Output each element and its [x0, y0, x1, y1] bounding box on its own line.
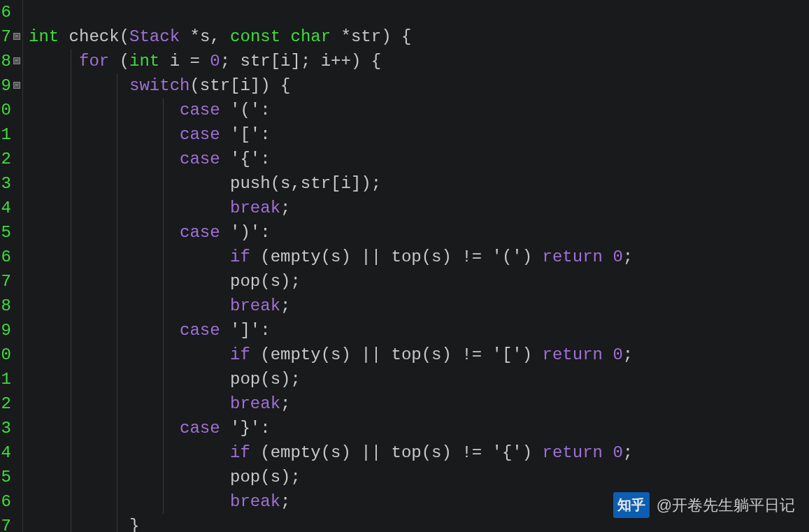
code-line: break; — [29, 196, 809, 220]
code-line: case '(': — [29, 98, 809, 122]
code-line: break; — [29, 391, 809, 416]
code-line: pop(s); — [29, 367, 809, 391]
colon: : — [260, 125, 270, 144]
code-line — [29, 0, 809, 24]
code-line: break; — [29, 294, 809, 318]
line-number: 6 — [0, 0, 11, 24]
keyword-case: case — [180, 419, 220, 438]
type-name: Stack — [129, 27, 189, 46]
statement: pop(s); — [230, 468, 301, 487]
keyword-switch: switch — [129, 76, 189, 95]
semicolon: ; — [623, 443, 633, 462]
text: (empty(s) || top(s) != — [250, 443, 492, 462]
line-number: 3 — [0, 416, 11, 440]
text: (empty(s) || top(s) != — [250, 247, 492, 266]
line-number: 4 — [0, 196, 11, 220]
line-number: 7 — [0, 514, 11, 532]
code-line: push(s,str[i]); — [29, 171, 809, 196]
keyword-for: for — [79, 52, 109, 71]
keyword-case: case — [180, 321, 220, 340]
code-area[interactable]: int check(Stack *s, const char *str) { f… — [22, 0, 809, 532]
code-line: pop(s); — [29, 465, 809, 489]
keyword-case: case — [180, 150, 220, 168]
identifier: str — [351, 27, 381, 46]
fold-toggle[interactable]: − — [13, 82, 20, 89]
statement: push(s,str[i]); — [230, 174, 381, 193]
keyword-if: if — [230, 247, 250, 266]
char-literal: '(' — [492, 247, 522, 266]
keyword-case: case — [180, 223, 220, 242]
line-number: 8 — [0, 49, 11, 73]
comma: , — [210, 27, 230, 46]
number: 0 — [210, 52, 220, 71]
operator: * — [189, 27, 199, 46]
zhihu-watermark: 知乎 @开卷先生躺平日记 — [613, 492, 795, 518]
text: ; str[i]; i++) { — [220, 52, 381, 71]
line-number: 7 — [0, 24, 11, 49]
text: (empty(s) || top(s) != — [250, 345, 492, 364]
brace: ) { — [381, 27, 411, 46]
number: 0 — [613, 247, 622, 266]
fold-toggle[interactable]: − — [13, 33, 20, 40]
number: 0 — [613, 345, 622, 364]
type-name: char — [291, 27, 341, 46]
line-number: 3 — [0, 171, 11, 196]
code-line: case '[': — [29, 122, 809, 147]
keyword-int: int — [29, 27, 59, 46]
char-literal: '(' — [220, 101, 261, 120]
char-literal: '{' — [220, 150, 261, 168]
colon: : — [260, 223, 270, 242]
line-number: 0 — [0, 98, 11, 122]
fold-column: − − − — [13, 0, 22, 532]
fold-toggle[interactable]: − — [13, 57, 20, 64]
keyword-break: break — [230, 296, 280, 315]
keyword-const: const — [230, 27, 290, 46]
identifier: s — [200, 27, 210, 46]
code-editor: 6 7 8 9 0 1 2 3 4 5 6 7 8 9 0 1 2 3 4 5 … — [0, 0, 809, 532]
keyword-int: int — [129, 52, 159, 71]
text: (str[i]) { — [189, 76, 290, 95]
colon: : — [260, 321, 270, 340]
text: ) — [522, 345, 543, 364]
keyword-if: if — [230, 345, 250, 364]
text — [603, 345, 613, 364]
code-line: case ')': — [29, 220, 809, 245]
semicolon: ; — [623, 345, 633, 364]
function-name: check — [59, 27, 119, 46]
line-number: 9 — [0, 318, 11, 343]
line-number: 7 — [0, 269, 11, 294]
statement: pop(s); — [230, 370, 301, 389]
keyword-return: return — [543, 443, 603, 462]
line-number: 0 — [0, 343, 11, 367]
colon: : — [260, 150, 270, 168]
char-literal: '[' — [492, 345, 522, 364]
line-number: 2 — [0, 147, 11, 171]
colon: : — [260, 101, 270, 120]
line-number: 2 — [0, 391, 11, 416]
operator: * — [341, 27, 351, 46]
char-literal: ')' — [220, 223, 261, 242]
code-line: for (int i = 0; str[i]; i++) { — [29, 49, 809, 73]
code-line: if (empty(s) || top(s) != '(') return 0; — [29, 245, 809, 269]
char-literal: '{' — [492, 443, 522, 462]
line-number: 1 — [0, 122, 11, 147]
keyword-case: case — [180, 125, 220, 144]
line-number: 4 — [0, 440, 11, 465]
statement: pop(s); — [230, 272, 301, 291]
keyword-if: if — [230, 443, 250, 462]
char-literal: '[' — [220, 125, 261, 144]
code-line: case ']': — [29, 318, 809, 343]
keyword-break: break — [230, 394, 280, 413]
line-number: 9 — [0, 73, 11, 98]
code-line: case '{': — [29, 147, 809, 171]
semicolon: ; — [623, 247, 633, 266]
text — [603, 443, 613, 462]
text: ) — [522, 443, 543, 462]
char-literal: '}' — [220, 419, 261, 438]
text: i = — [159, 52, 210, 71]
semicolon: ; — [280, 296, 290, 315]
line-number: 6 — [0, 245, 11, 269]
watermark-author: @开卷先生躺平日记 — [657, 493, 795, 517]
text: ( — [109, 52, 129, 71]
keyword-break: break — [230, 492, 280, 511]
